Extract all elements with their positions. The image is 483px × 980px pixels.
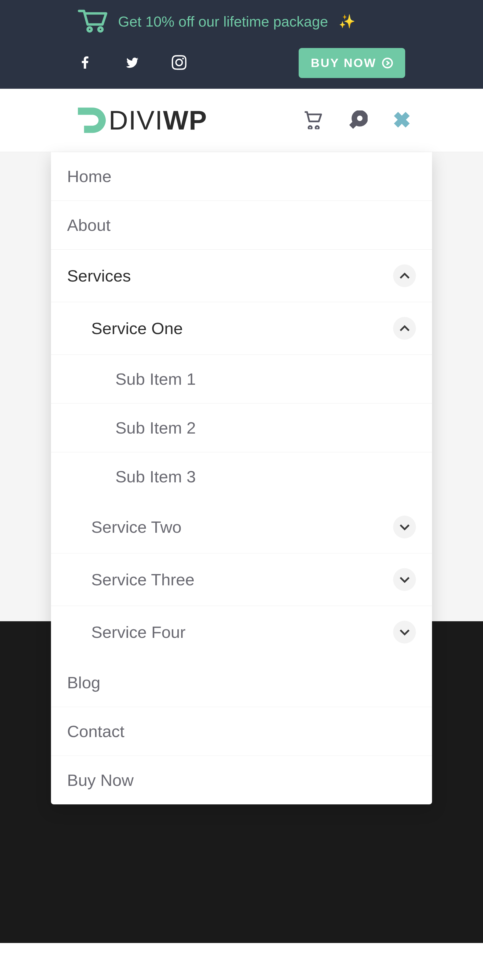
menu-item-about[interactable]: About	[51, 201, 432, 250]
promo-text: Get 10% off our lifetime package	[118, 13, 328, 30]
menu-label: Service Four	[91, 623, 185, 642]
mobile-menu: Home About Services Service One Sub Item…	[51, 152, 432, 804]
menu-label: Blog	[67, 673, 100, 692]
svg-point-3	[354, 113, 365, 124]
svg-point-2	[383, 59, 392, 68]
menu-item-contact[interactable]: Contact	[51, 707, 432, 756]
menu-label: Buy Now	[67, 771, 134, 790]
menu-item-service-three[interactable]: Service Three	[51, 554, 432, 606]
buy-now-button[interactable]: BUY NOW	[299, 48, 405, 78]
chevron-up-icon	[400, 325, 410, 332]
menu-label: Service One	[91, 319, 183, 338]
logo-text: DIVIWP	[109, 105, 207, 136]
site-logo[interactable]: DIVIWP	[72, 102, 207, 138]
menu-item-sub-1[interactable]: Sub Item 1	[51, 355, 432, 404]
collapse-button[interactable]	[393, 264, 416, 287]
chevron-down-icon	[400, 576, 410, 583]
expand-button[interactable]	[393, 515, 416, 538]
expand-button[interactable]	[393, 568, 416, 591]
menu-item-service-one[interactable]: Service One	[51, 302, 432, 355]
svg-point-1	[99, 27, 102, 31]
sparkle-icon: ✨	[339, 14, 355, 29]
top-promo-bar: Get 10% off our lifetime package ✨ BUY N…	[0, 0, 483, 89]
logo-mark-icon	[72, 102, 109, 138]
menu-label: Sub Item 3	[115, 467, 196, 486]
menu-label: Sub Item 1	[115, 369, 196, 388]
cart-icon	[78, 8, 107, 35]
expand-button[interactable]	[393, 621, 416, 643]
menu-item-sub-3[interactable]: Sub Item 3	[51, 452, 432, 501]
menu-item-services[interactable]: Services	[51, 250, 432, 302]
menu-item-sub-2[interactable]: Sub Item 2	[51, 404, 432, 452]
collapse-button[interactable]	[393, 317, 416, 340]
menu-label: Home	[67, 167, 112, 186]
menu-item-buy-now[interactable]: Buy Now	[51, 756, 432, 804]
promo-row: Get 10% off our lifetime package ✨	[78, 8, 405, 35]
svg-point-0	[88, 27, 92, 31]
site-header: DIVIWP	[0, 89, 483, 152]
menu-label: About	[67, 216, 110, 235]
chevron-down-icon	[400, 629, 410, 635]
menu-label: Sub Item 2	[115, 418, 196, 438]
menu-item-blog[interactable]: Blog	[51, 658, 432, 707]
submenu-service-one: Sub Item 1 Sub Item 2 Sub Item 3	[51, 355, 432, 501]
chevron-up-icon	[400, 273, 410, 279]
submenu-services: Service One Sub Item 1 Sub Item 2 Sub It…	[51, 302, 432, 658]
facebook-icon[interactable]	[78, 54, 92, 72]
menu-item-service-four[interactable]: Service Four	[51, 606, 432, 658]
cart-icon[interactable]	[303, 110, 324, 130]
chevron-down-icon	[400, 524, 410, 530]
close-icon[interactable]	[393, 111, 411, 129]
menu-item-home[interactable]: Home	[51, 152, 432, 201]
menu-label: Contact	[67, 722, 124, 741]
twitter-icon[interactable]	[125, 54, 140, 72]
menu-item-service-two[interactable]: Service Two	[51, 501, 432, 554]
social-row: BUY NOW	[78, 48, 405, 78]
svg-line-4	[351, 122, 356, 127]
search-icon[interactable]	[349, 110, 368, 130]
instagram-icon[interactable]	[172, 54, 187, 72]
menu-label: Service Two	[91, 517, 182, 536]
menu-label: Service Three	[91, 570, 194, 589]
buy-now-label: BUY NOW	[311, 56, 376, 70]
menu-label: Services	[67, 266, 131, 285]
